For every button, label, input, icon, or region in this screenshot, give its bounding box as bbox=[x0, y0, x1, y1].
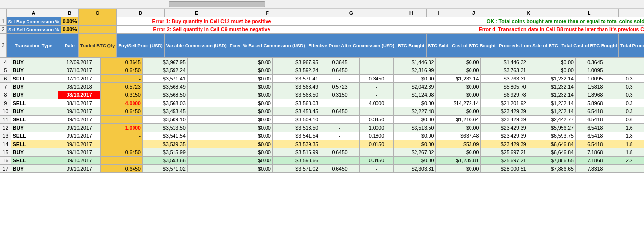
cell-proceeds[interactable]: $1,210.64 bbox=[436, 116, 481, 124]
cell-price[interactable]: $3,453.45 bbox=[142, 107, 187, 116]
cell-total-btc-bought[interactable]: 5.8968 bbox=[575, 99, 615, 107]
cell-eff-price[interactable]: $3,593.66 bbox=[272, 157, 320, 165]
cell-total-btc[interactable]: 1.8 bbox=[615, 148, 644, 157]
cell-qty[interactable]: - bbox=[100, 157, 142, 165]
cell-proceeds[interactable]: $0.00 bbox=[436, 107, 481, 116]
cell-total-cost[interactable]: $23,429.39 bbox=[481, 107, 528, 116]
cell-cost-btc[interactable]: $0.00 bbox=[394, 132, 436, 140]
cell-qty[interactable]: - bbox=[100, 132, 142, 140]
cell-btc-sold[interactable]: - bbox=[360, 165, 394, 173]
cell-price[interactable]: $3,568.49 bbox=[142, 83, 187, 91]
cell-cost-btc[interactable]: $2,316.99 bbox=[394, 66, 436, 75]
cell-total-cost[interactable]: $25,697.21 bbox=[481, 148, 528, 157]
cell-eff-price[interactable]: $3,513.50 bbox=[272, 124, 320, 132]
cell-var-comm[interactable] bbox=[187, 157, 229, 165]
cell-var-comm[interactable] bbox=[187, 99, 229, 107]
col-header-k[interactable]: K bbox=[497, 9, 560, 17]
cell-qty[interactable]: - bbox=[100, 140, 142, 148]
cell-proceeds[interactable]: $0.00 bbox=[436, 58, 481, 66]
col-header-a[interactable]: A bbox=[6, 9, 61, 17]
col-header-b[interactable]: B bbox=[61, 9, 79, 17]
row-num[interactable]: 8 bbox=[0, 91, 11, 99]
cell-fixed-comm[interactable]: $0.00 bbox=[229, 107, 273, 116]
cell-total-proceeds[interactable]: $7,886.65 bbox=[528, 165, 575, 173]
cell-total-btc-bought[interactable]: 1.5818 bbox=[575, 83, 615, 91]
col-header-m[interactable]: M bbox=[618, 9, 644, 17]
cell-price[interactable]: $3,571.41 bbox=[142, 75, 187, 83]
cell-proceeds[interactable]: $0.00 bbox=[436, 148, 481, 157]
cell-total-proceeds[interactable]: $6,646.84 bbox=[528, 140, 575, 148]
cell-total-btc-bought[interactable]: 1.8968 bbox=[575, 91, 615, 99]
cell-total-btc[interactable]: 0.3 bbox=[615, 75, 644, 83]
cell-fixed-comm[interactable]: $0.00 bbox=[229, 165, 273, 173]
cell-fixed-comm[interactable]: $0.00 bbox=[229, 157, 273, 165]
cell-var-comm[interactable] bbox=[187, 132, 229, 140]
cell-eff-price[interactable]: $3,967.95 bbox=[272, 58, 320, 66]
cell-total-cost[interactable]: $23,429.39 bbox=[481, 132, 528, 140]
cell-btc-sold[interactable]: - bbox=[360, 58, 394, 66]
cell-var-comm[interactable] bbox=[187, 124, 229, 132]
col-header-e[interactable]: E bbox=[164, 9, 228, 17]
col-header-c[interactable]: C bbox=[79, 9, 117, 17]
cell-qty[interactable]: 0.6450 bbox=[100, 107, 142, 116]
cell-total-btc-bought[interactable]: 6.5418 bbox=[575, 116, 615, 124]
cell-total-proceeds[interactable]: $1,232.14 bbox=[528, 91, 575, 99]
cell-fixed-comm[interactable]: $0.00 bbox=[229, 75, 273, 83]
cell-total-btc[interactable]: 0.3 bbox=[615, 83, 644, 91]
cell-date[interactable]: 09/10/2017 bbox=[58, 124, 100, 132]
cell-fixed-comm[interactable]: $0.00 bbox=[229, 124, 273, 132]
cell-total-btc-bought[interactable]: 7.1868 bbox=[575, 148, 615, 157]
cell-total-proceeds[interactable]: $1,232.14 bbox=[528, 99, 575, 107]
cell-cost-btc[interactable]: $0.00 bbox=[394, 140, 436, 148]
cell-total-btc-bought[interactable]: 1.0095 bbox=[575, 75, 615, 83]
cell-eff-price[interactable]: $3,592.24 bbox=[272, 66, 320, 75]
row-num[interactable]: 6 bbox=[0, 75, 11, 83]
cell-var-comm[interactable] bbox=[187, 107, 229, 116]
cell-date[interactable]: 09/10/2017 bbox=[58, 132, 100, 140]
cell-total-proceeds[interactable]: $1,232.14 bbox=[528, 107, 575, 116]
cell-date[interactable]: 07/10/2017 bbox=[58, 75, 100, 83]
cell-var-comm[interactable] bbox=[187, 148, 229, 157]
cell-var-comm[interactable] bbox=[187, 140, 229, 148]
horizontal-scrollbar[interactable] bbox=[0, 0, 644, 9]
cell-total-cost[interactable]: $3,763.31 bbox=[481, 66, 528, 75]
cell-btc-bought[interactable]: - bbox=[320, 99, 360, 107]
cell-price[interactable]: $3,541.54 bbox=[142, 132, 187, 140]
cell-fixed-comm[interactable]: $0.00 bbox=[229, 66, 273, 75]
cell-qty[interactable]: 0.5723 bbox=[100, 83, 142, 91]
cell-total-cost[interactable]: $23,429.39 bbox=[481, 140, 528, 148]
cell-proceeds[interactable]: $53.09 bbox=[436, 140, 481, 148]
cell-btc-sold[interactable]: 4.0000 bbox=[360, 99, 394, 107]
cell-total-btc[interactable]: 0.3 bbox=[615, 99, 644, 107]
col-header-l[interactable]: L bbox=[560, 9, 618, 17]
row-num[interactable]: 14 bbox=[0, 140, 11, 148]
cell-fixed-comm[interactable]: $0.00 bbox=[229, 116, 273, 124]
row-num[interactable]: 7 bbox=[0, 83, 11, 91]
cell-total-cost[interactable]: $1,446.32 bbox=[481, 58, 528, 66]
cell-total-btc-bought[interactable]: 0.3645 bbox=[575, 58, 615, 66]
cell-price[interactable]: $3,509.10 bbox=[142, 116, 187, 124]
cell-var-comm[interactable] bbox=[187, 58, 229, 66]
cell-date[interactable]: 07/10/2017 bbox=[58, 66, 100, 75]
cell-price[interactable]: $3,592.24 bbox=[142, 66, 187, 75]
cell-price[interactable]: $3,593.66 bbox=[142, 157, 187, 165]
row-num[interactable]: 12 bbox=[0, 124, 11, 132]
cell-type[interactable]: BUY bbox=[11, 165, 58, 173]
cell-type[interactable]: BUY bbox=[11, 107, 58, 116]
sell-commission-value[interactable]: 0.00% bbox=[61, 26, 79, 34]
col-header-g[interactable]: G bbox=[307, 9, 396, 17]
row-num[interactable]: 11 bbox=[0, 116, 11, 124]
cell-btc-sold[interactable]: - bbox=[360, 107, 394, 116]
cell-qty[interactable]: - bbox=[100, 75, 142, 83]
cell-total-proceeds[interactable]: $5,956.27 bbox=[528, 124, 575, 132]
cell-qty[interactable]: 0.6450 bbox=[100, 165, 142, 173]
cell-cost-btc[interactable]: $2,227.48 bbox=[394, 107, 436, 116]
cell-cost-btc[interactable]: $0.00 bbox=[394, 157, 436, 165]
cell-type[interactable]: BUY bbox=[11, 66, 58, 75]
cell-cost-btc[interactable]: $1,124.08 bbox=[394, 91, 436, 99]
cell-cost-btc[interactable]: $3,513.50 bbox=[394, 124, 436, 132]
cell-btc-bought[interactable]: 0.6450 bbox=[320, 66, 360, 75]
cell-total-btc[interactable]: 0.3 bbox=[615, 107, 644, 116]
row-num[interactable]: 15 bbox=[0, 148, 11, 157]
cell-btc-bought[interactable]: 0.6450 bbox=[320, 148, 360, 157]
